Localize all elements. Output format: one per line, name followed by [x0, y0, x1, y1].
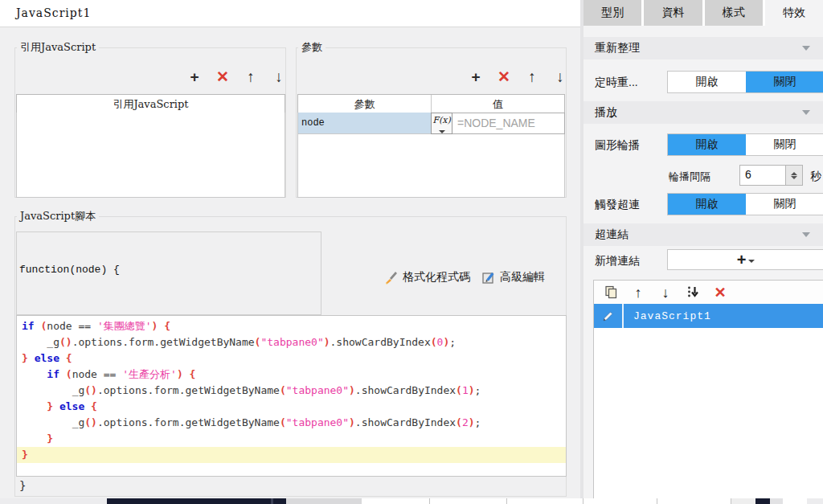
- edit-icon: [481, 270, 496, 285]
- trigger-link-off-button[interactable]: 關閉: [746, 194, 823, 215]
- parameter-name-column-header: 參數: [298, 95, 432, 114]
- reference-js-toolbar: + ✕ ↑ ↓: [186, 68, 287, 84]
- sidebar-tabs: 型別 資料 樣式 特效: [583, 0, 823, 26]
- background-window-sliver: [0, 498, 823, 504]
- collapse-arrow-icon[interactable]: [802, 110, 810, 115]
- app-root: { "dialog": { "title": "JavaScript1", "r…: [0, 0, 823, 504]
- hyperlink-section-header[interactable]: 超連結: [583, 223, 823, 246]
- copy-button[interactable]: [602, 284, 620, 301]
- add-reference-button[interactable]: +: [186, 68, 203, 84]
- code-line[interactable]: }: [17, 431, 566, 447]
- copy-icon: [604, 285, 618, 299]
- add-parameter-button[interactable]: +: [468, 68, 484, 84]
- move-reference-up-button[interactable]: ↑: [243, 68, 259, 84]
- edit-link-cell[interactable]: [594, 304, 624, 328]
- refresh-section-header[interactable]: 重新整理: [583, 37, 823, 59]
- interval-spinner[interactable]: [786, 165, 803, 186]
- script-legend: JavaScript腳本: [17, 209, 99, 223]
- parameter-value-input[interactable]: =NODE_NAME: [452, 113, 565, 134]
- timed-refresh-off-button[interactable]: 關閉: [746, 72, 823, 92]
- interval-field: 6: [739, 165, 803, 186]
- code-line[interactable]: _g().options.form.getWidgetByName("tabpa…: [17, 415, 566, 431]
- trigger-link-on-button[interactable]: 開啟: [668, 194, 746, 215]
- link-list-toolbar: ↑ ↓ ✕: [594, 281, 823, 304]
- move-parameter-up-button[interactable]: ↑: [524, 68, 540, 84]
- parameters-legend: 參數: [298, 40, 326, 55]
- add-link-label: 新增連結: [595, 254, 640, 268]
- code-line[interactable]: if (node == '生產分析') {: [17, 367, 566, 383]
- reference-js-legend: 引用JavaScript: [17, 40, 99, 55]
- collapse-arrow-icon[interactable]: [802, 232, 810, 237]
- chevron-down-icon: [748, 260, 755, 263]
- carousel-toggle: 開啟 關閉: [667, 133, 823, 156]
- pencil-icon: [602, 310, 614, 322]
- reference-js-column-header: 引用JavaScript: [17, 95, 285, 114]
- move-parameter-down-button[interactable]: ↓: [552, 68, 568, 84]
- brush-icon: [384, 270, 399, 285]
- move-link-down-button[interactable]: ↓: [657, 284, 674, 301]
- format-code-label: 格式化程式碼: [403, 270, 470, 285]
- delete-link-button[interactable]: ✕: [711, 284, 729, 301]
- properties-sidebar: 型別 資料 樣式 特效 重新整理 定時重... 開啟 關閉 播放 圖形輪播 開啟…: [583, 0, 823, 504]
- format-code-button[interactable]: 格式化程式碼: [384, 270, 470, 285]
- collapse-arrow-icon[interactable]: [802, 46, 810, 51]
- code-line[interactable]: if (node == '集團總覽') {: [17, 318, 566, 334]
- timed-refresh-toggle: 開啟 關閉: [667, 71, 823, 93]
- refresh-section-title: 重新整理: [595, 41, 640, 55]
- carousel-on-button[interactable]: 開啟: [668, 134, 746, 155]
- interval-unit-label: 秒: [810, 170, 821, 184]
- hyperlink-section-title: 超連結: [595, 227, 629, 242]
- interval-input[interactable]: 6: [739, 165, 786, 186]
- script-buttons: 格式化程式碼 高級編輯: [384, 270, 545, 285]
- dialog-titlebar: JavaScript1: [0, 0, 580, 27]
- play-section-title: 播放: [595, 105, 617, 120]
- advanced-edit-label: 高級編輯: [500, 270, 545, 285]
- formula-type-label: F(x): [432, 115, 450, 125]
- advanced-edit-button[interactable]: 高級編輯: [481, 270, 545, 285]
- parameter-value-column-header: 值: [432, 95, 564, 114]
- delete-reference-button[interactable]: ✕: [215, 68, 231, 84]
- interval-label: 輪播間隔: [669, 170, 710, 184]
- code-line[interactable]: _g().options.form.getWidgetByName("tabpa…: [17, 383, 566, 399]
- formula-type-button[interactable]: F(x): [431, 113, 452, 134]
- chevron-down-icon: [439, 130, 445, 133]
- parameter-row: node F(x) =NODE_NAME: [297, 113, 565, 134]
- link-item-label: JavaScript1: [633, 310, 711, 322]
- play-section-header[interactable]: 播放: [583, 101, 823, 124]
- parameters-toolbar: + ✕ ↑ ↓: [468, 68, 568, 84]
- spinner-down-icon[interactable]: [791, 176, 797, 179]
- carousel-label: 圖形輪播: [595, 138, 640, 153]
- link-list: ↑ ↓ ✕ JavaScript1: [593, 280, 823, 504]
- parameter-name-cell[interactable]: node: [297, 113, 431, 134]
- timed-refresh-label: 定時重...: [595, 76, 638, 90]
- move-link-up-button[interactable]: ↑: [629, 284, 647, 301]
- code-line[interactable]: }: [17, 447, 566, 463]
- reference-js-table-body[interactable]: [16, 113, 285, 198]
- tab-style[interactable]: 樣式: [705, 0, 763, 26]
- plus-icon: +: [737, 252, 747, 268]
- trigger-link-label: 觸發超連: [595, 198, 640, 212]
- move-reference-down-button[interactable]: ↓: [271, 68, 287, 84]
- spinner-up-icon[interactable]: [791, 172, 797, 175]
- carousel-off-button[interactable]: 關閉: [746, 134, 823, 155]
- tab-effects[interactable]: 特效: [765, 0, 823, 26]
- timed-refresh-on-button[interactable]: 開啟: [668, 72, 746, 92]
- function-close-text: }: [19, 479, 26, 492]
- tab-type[interactable]: 型別: [583, 0, 641, 26]
- tab-data[interactable]: 資料: [644, 0, 702, 26]
- dialog-title: JavaScript1: [16, 6, 91, 19]
- trigger-link-toggle: 開啟 關閉: [667, 193, 823, 215]
- link-list-item-selected[interactable]: JavaScript1: [594, 304, 823, 328]
- function-open-text: function(node) {: [19, 264, 120, 276]
- javascript-dialog: JavaScript1 引用JavaScript + ✕ ↑ ↓ 引用JavaS…: [0, 0, 580, 504]
- move-to-bottom-button[interactable]: [684, 284, 702, 301]
- code-line[interactable]: } else {: [17, 350, 566, 367]
- code-line[interactable]: _g().options.form.getWidgetByName("tabpa…: [17, 334, 566, 350]
- code-line[interactable]: } else {: [17, 399, 566, 415]
- code-editor[interactable]: if (node == '集團總覽') { _g().options.form.…: [16, 315, 567, 477]
- delete-parameter-button[interactable]: ✕: [496, 68, 512, 84]
- add-link-button[interactable]: +: [667, 249, 823, 270]
- move-to-bottom-icon: [686, 285, 700, 299]
